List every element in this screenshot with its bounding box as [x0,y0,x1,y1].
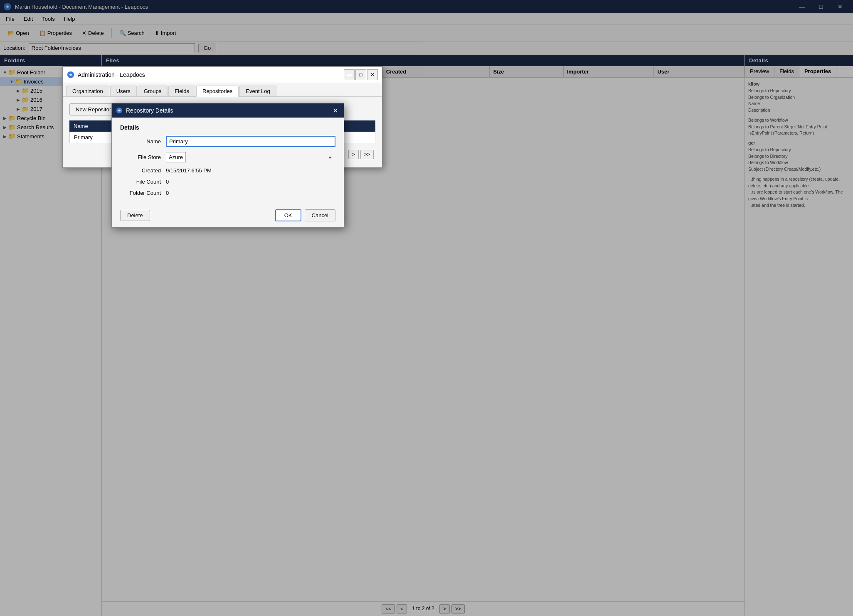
repo-details-logo-icon [116,107,123,114]
created-label: Created [120,167,166,174]
form-row-file-count: File Count 0 [120,179,335,185]
folder-count-label: Folder Count [120,190,166,196]
repo-details-overlay: Repository Details ✕ Details Name File S… [0,0,853,616]
form-row-folder-count: Folder Count 0 [120,190,335,196]
name-input[interactable] [166,136,335,147]
repo-details-footer: Delete OK Cancel [112,206,344,227]
ok-button[interactable]: OK [275,209,301,221]
ok-cancel-buttons: OK Cancel [275,209,335,221]
repo-details-title-text: Repository Details [126,107,173,114]
repo-details-body: Details Name File Store Azure Local Crea… [112,118,344,206]
file-store-select[interactable]: Azure Local [166,152,186,162]
name-label: Name [120,138,166,145]
form-row-name: Name [120,136,335,147]
form-row-file-store: File Store Azure Local [120,152,335,162]
cancel-button[interactable]: Cancel [305,209,335,221]
file-count-value: 0 [166,179,169,185]
repo-details-title-bar: Repository Details ✕ [112,103,344,118]
repo-details-dialog: Repository Details ✕ Details Name File S… [111,103,344,228]
created-value: 9/15/2017 6:55 PM [166,167,212,174]
file-store-label: File Store [120,154,166,160]
repo-details-section-title: Details [120,124,335,131]
delete-repository-button[interactable]: Delete [120,210,150,221]
repo-details-close-button[interactable]: ✕ [330,106,340,115]
file-count-label: File Count [120,179,166,185]
form-row-created: Created 9/15/2017 6:55 PM [120,167,335,174]
folder-count-value: 0 [166,190,169,196]
